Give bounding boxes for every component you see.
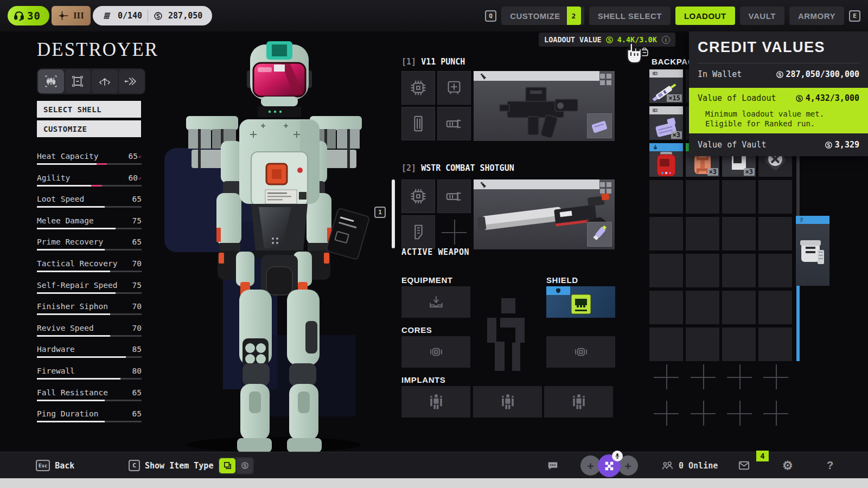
stat-bar xyxy=(37,163,142,165)
right-arrows-icon xyxy=(124,74,138,88)
inbox-icon xyxy=(426,292,446,312)
muzzle-icon xyxy=(444,186,464,207)
loadout-content: DESTROYER SELECT SHELL CUSTOMIZE Heat Ca… xyxy=(0,31,868,452)
weapon2-empty-mod-slot[interactable] xyxy=(442,220,467,245)
envelope-icon xyxy=(738,459,750,472)
settings-button[interactable]: ⚙ xyxy=(782,452,793,479)
hip-pack xyxy=(326,208,369,260)
player-avatar[interactable] xyxy=(598,454,621,477)
stat-row: Prime Recovery65↙ xyxy=(37,237,142,251)
weapon2-mod-magazine-slot[interactable] xyxy=(401,215,435,249)
tab-vault[interactable]: VAULT xyxy=(740,7,784,25)
stat-value: 65 xyxy=(132,409,142,418)
stat-value: 65 xyxy=(129,152,138,160)
backpack-cell[interactable] xyxy=(722,254,756,287)
weapon1-mod-magazine-slot[interactable] xyxy=(401,107,435,140)
upgrade-view-button[interactable] xyxy=(92,69,118,93)
implant-slot-2[interactable] xyxy=(473,386,542,418)
chat-button[interactable] xyxy=(547,452,559,479)
item-header xyxy=(649,143,683,151)
implant-slot-1[interactable] xyxy=(401,386,470,418)
tab-loadout[interactable]: LOADOUT xyxy=(675,7,735,25)
item-type-toggle-group[interactable] xyxy=(218,457,254,474)
backpack-cell[interactable] xyxy=(686,328,719,361)
backpack-cell[interactable] xyxy=(758,180,792,214)
implant-icon xyxy=(498,392,518,412)
magazine-belt-icon xyxy=(408,222,429,242)
show-item-type-toggle[interactable]: C Show Item Type xyxy=(129,452,254,479)
backpack-cell[interactable] xyxy=(649,328,683,361)
active-weapon-label: ACTIVE WEAPON xyxy=(401,247,469,257)
wallet-amount: 287,050 xyxy=(168,11,202,21)
core-slot-1[interactable] xyxy=(401,336,470,368)
backpack-item-defibrillator[interactable] xyxy=(649,143,683,177)
tab-armory[interactable]: ARMORY xyxy=(789,7,844,25)
backpack-cell[interactable] xyxy=(758,254,792,287)
backpack-cell[interactable] xyxy=(686,291,719,324)
backpack-cell[interactable] xyxy=(722,180,756,214)
stat-bar xyxy=(37,378,142,380)
active-weapon-indicator xyxy=(392,179,395,248)
credits-icon xyxy=(795,94,803,102)
cursor-pointer xyxy=(623,41,644,65)
backpack-cell[interactable] xyxy=(722,291,756,324)
player-level-pill: 30 xyxy=(8,6,49,25)
item-count: ×3 xyxy=(671,131,682,139)
backpack-cell[interactable] xyxy=(722,328,756,361)
stat-value: 70 xyxy=(132,259,142,268)
game-screen: 30 III 0/140 287,050 Q CUSTOMIZE 2 SHELL… xyxy=(0,0,868,488)
weapon2-ammo-mod[interactable] xyxy=(587,222,612,247)
backpack-scrollbar-thumb[interactable] xyxy=(796,286,800,361)
stats-view-button[interactable] xyxy=(38,69,64,93)
weapon1-preview[interactable] xyxy=(474,71,615,141)
item-type-icon-view[interactable] xyxy=(219,458,235,473)
deploy-view-button[interactable] xyxy=(119,69,145,93)
backpack-cell[interactable] xyxy=(649,254,683,287)
weapon1-mod-muzzle-slot[interactable] xyxy=(437,107,471,140)
stat-name: Self-Repair Speed xyxy=(37,281,117,290)
backpack-cell[interactable] xyxy=(686,180,719,214)
customize-shell-button[interactable]: CUSTOMIZE xyxy=(37,120,141,137)
tab-label: VAULT xyxy=(749,11,776,21)
inspect-view-button[interactable] xyxy=(65,69,91,93)
backpack-cell[interactable] xyxy=(649,291,683,324)
info-icon[interactable]: i xyxy=(662,36,670,44)
weapon2-mod-muzzle-slot[interactable] xyxy=(437,179,471,213)
backpack-cell[interactable] xyxy=(722,217,756,251)
stat-row: Finisher Siphon70↙ xyxy=(37,302,142,315)
backpack-item-magazine[interactable]: ×3 xyxy=(649,106,683,140)
weapon1-ammo-mod[interactable] xyxy=(587,113,612,138)
weapon1-mod-chip-slot[interactable] xyxy=(401,71,435,105)
shield-slot[interactable] xyxy=(546,286,615,318)
shield-label: SHIELD xyxy=(546,275,578,285)
backpack-cell[interactable] xyxy=(758,328,792,361)
weapon1-mod-sight-slot[interactable] xyxy=(437,71,471,105)
weapon2-preview[interactable] xyxy=(474,179,615,249)
weapon2-mod-chip-slot[interactable] xyxy=(401,179,435,213)
core-slot-2[interactable] xyxy=(546,336,615,368)
item-header xyxy=(796,216,829,224)
stat-name: Heat Capacity xyxy=(37,152,99,160)
mail-button[interactable] xyxy=(738,452,750,479)
stat-row: Self-Repair Speed75↙ xyxy=(37,281,142,294)
backpack-cell[interactable] xyxy=(758,217,792,251)
back-button[interactable]: Esc Back xyxy=(36,452,74,479)
backpack-cell[interactable] xyxy=(686,217,719,251)
backpack-item-syringe[interactable]: ×15 xyxy=(649,69,683,103)
implant-slot-3[interactable] xyxy=(544,386,613,418)
equipment-slot[interactable] xyxy=(401,286,470,318)
backpack-cell[interactable] xyxy=(686,254,719,287)
shield-item-icon xyxy=(570,293,592,315)
tab-customize[interactable]: CUSTOMIZE 2 xyxy=(501,7,584,25)
credits-icon xyxy=(776,70,784,79)
backpack-cell[interactable] xyxy=(649,217,683,251)
select-shell-button[interactable]: SELECT SHELL xyxy=(37,101,141,118)
item-value-view[interactable] xyxy=(237,458,253,473)
help-button[interactable]: ? xyxy=(827,452,833,479)
backpack-cell[interactable] xyxy=(758,291,792,324)
backpack-item-ammo-box[interactable] xyxy=(796,216,829,286)
defibrillator-art xyxy=(649,151,683,177)
tab-shell-select[interactable]: SHELL SELECT xyxy=(589,7,671,25)
stat-bar xyxy=(37,271,142,272)
backpack-cell[interactable] xyxy=(649,180,683,214)
